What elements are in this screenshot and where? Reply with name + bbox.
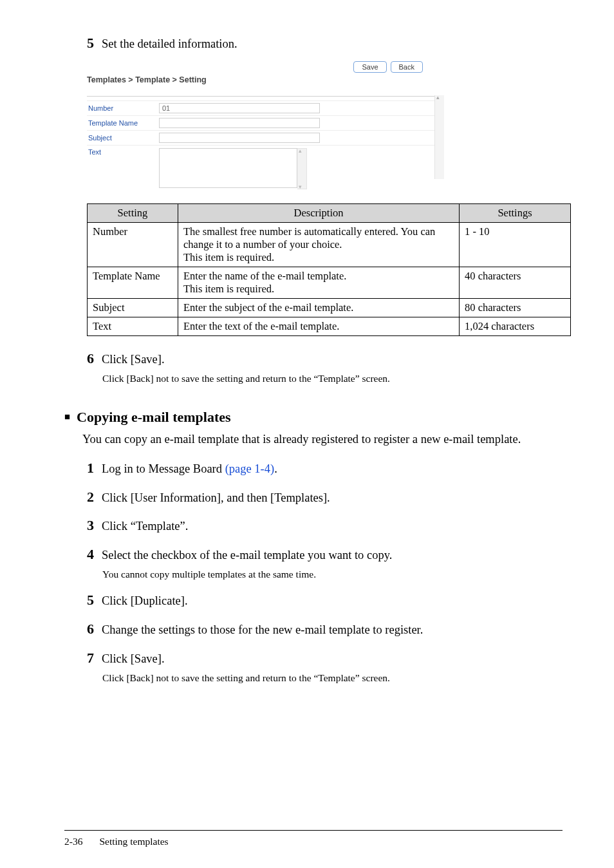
copy-step-3: 3 Click “Template”. [80,517,563,536]
footer-rule [64,830,563,831]
copy-step-6-number: 6 [80,621,94,637]
copy-step-5: 5 Click [Duplicate]. [80,592,563,610]
copy-step-2-number: 2 [80,489,94,505]
subject-label: Subject [87,134,159,142]
copy-step-7-text: Click [Save]. [102,650,165,668]
table-row: Template Name Enter the name of the e-ma… [88,267,571,298]
footer-title: Setting templates [99,836,168,847]
copy-step-6-text: Change the settings to those for the new… [102,621,423,639]
copy-step-5-number: 5 [80,592,94,609]
scrollbar[interactable] [434,95,444,179]
copying-steps: 1 Log in to Message Board (page 1-4). 2 … [80,460,563,685]
table-row: Subject Enter the subject of the e-mail … [88,298,571,317]
copy-step-4: 4 Select the checkbox of the e-mail temp… [80,546,563,565]
divider [87,96,442,97]
text-field[interactable] [159,148,297,188]
copy-step-3-text: Click “Template”. [102,518,188,536]
step-6-text: Click [Save]. [102,351,165,369]
page-link[interactable]: (page 1-4) [225,462,275,475]
copy-step-1-text: Log in to Message Board (page 1-4). [102,460,277,478]
embedded-screenshot: Save Back Templates > Template > Setting… [87,61,442,192]
section-heading: ■ Copying e-mail templates [64,409,563,426]
step-5-text: Set the detailed information. [102,35,237,53]
footer: 2-36 Setting templates [64,836,169,847]
textarea-scrollbar[interactable] [297,148,307,189]
copy-step-7: 7 Click [Save]. [80,650,563,668]
step-5-number: 5 [80,35,94,52]
copy-step-2: 2 Click [User Information], and then [Te… [80,489,563,507]
copy-step-5-text: Click [Duplicate]. [102,592,188,610]
copy-step-7-sub: Click [Back] not to save the setting and… [102,671,563,685]
number-label: Number [87,104,159,112]
col-setting: Setting [88,203,178,222]
col-settings: Settings [460,203,571,222]
template-name-field[interactable] [159,118,320,128]
table-row: Text Enter the text of the e-mail templa… [88,317,571,335]
section-intro: You can copy an e-mail template that is … [82,431,563,448]
copy-step-3-number: 3 [80,517,94,534]
copy-step-7-number: 7 [80,650,94,666]
page-number: 2-36 [64,836,82,847]
save-button[interactable]: Save [353,61,386,73]
step-6-sub: Click [Back] not to save the setting and… [102,372,563,386]
subject-field[interactable] [159,133,320,143]
settings-form: Number Template Name Subject Text [87,100,442,192]
col-description: Description [178,203,460,222]
table-row: Number The smallest free number is autom… [88,222,571,267]
copy-step-6: 6 Change the settings to those for the n… [80,621,563,639]
section-title: Copying e-mail templates [77,409,231,426]
copy-step-2-text: Click [User Information], and then [Temp… [102,489,330,507]
step-6-number: 6 [80,350,94,367]
number-field[interactable] [159,103,320,113]
back-button[interactable]: Back [391,61,423,73]
copy-step-4-text: Select the checkbox of the e-mail templa… [102,547,392,565]
copy-step-4-sub: You cannot copy multiple templates at th… [102,567,563,581]
copy-step-4-number: 4 [80,546,94,563]
copy-step-1-number: 1 [80,460,94,476]
step-5: 5 Set the detailed information. [80,35,563,53]
copy-step-1: 1 Log in to Message Board (page 1-4). [80,460,563,478]
bullet-icon: ■ [64,411,70,422]
text-label: Text [87,146,159,156]
page: 5 Set the detailed information. Save Bac… [0,0,614,868]
template-name-label: Template Name [87,119,159,127]
settings-table: Setting Description Settings Number The … [87,203,571,336]
step-6: 6 Click [Save]. [80,350,563,369]
